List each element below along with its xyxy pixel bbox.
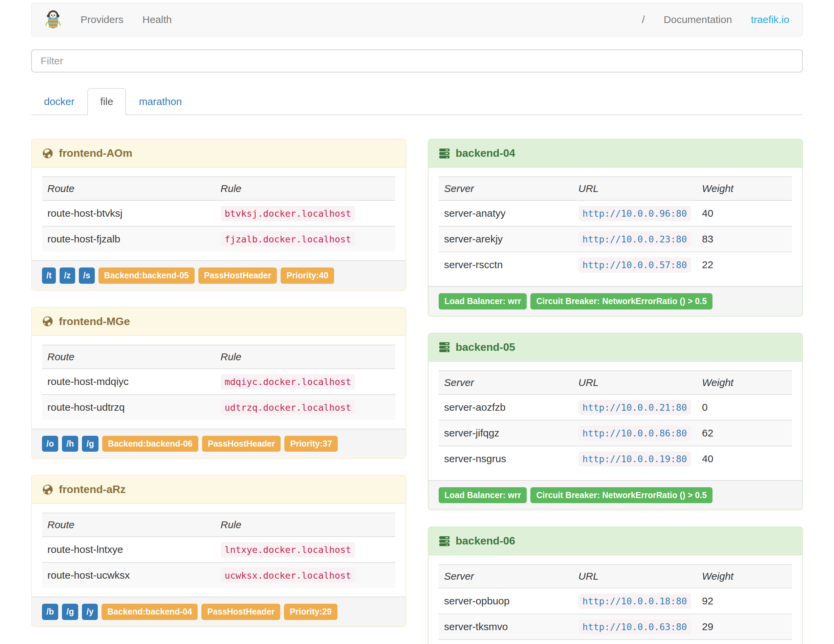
rule-value: fjzalb.docker.localhost — [221, 231, 356, 247]
frontend-card-footer: /t/z/sBackend:backend-05PassHostHeaderPr… — [32, 261, 406, 290]
server-weight: 29 — [697, 614, 792, 639]
server-weight: 57 — [697, 639, 792, 644]
traefik-logo-icon[interactable] — [45, 10, 61, 29]
column-header-server: Server — [439, 565, 573, 588]
path-badge: /b — [42, 604, 58, 620]
nav-slash: / — [642, 14, 645, 25]
route-name: route-host-btvksj — [42, 201, 215, 226]
backend-card: backend-05 Server URL Weight server-aozf… — [428, 333, 803, 511]
route-name: route-host-mdqiyc — [42, 369, 215, 395]
path-badge: /h — [62, 436, 78, 452]
backend-card-body: Server URL Weight server-anatyy http://1… — [428, 168, 802, 286]
backend-card-body: Server URL Weight server-opbuop http://1… — [428, 555, 802, 644]
backend-tag-badge: Circuit Breaker: NetworkErrorRatio () > … — [530, 487, 713, 503]
route-row: route-host-btvksj btvksj.docker.localhos… — [42, 201, 395, 226]
column-header-route: Route — [42, 513, 215, 537]
globe-icon — [42, 316, 53, 327]
server-stack-icon — [439, 147, 450, 159]
navbar-right: / Documentation traefik.io — [642, 14, 789, 25]
rule-value: mdqiyc.docker.localhost — [221, 374, 356, 389]
rule-value: udtrzq.docker.localhost — [221, 400, 356, 415]
filter-input[interactable] — [31, 49, 803, 73]
globe-icon — [42, 484, 53, 495]
frontend-card: frontend-MGe Route Rule route-host-mdqiy… — [31, 307, 406, 459]
server-name: server-opbuop — [439, 588, 573, 614]
server-url: http://10.0.0.19:80 — [579, 451, 691, 467]
server-row: server-nsgrus http://10.0.0.19:80 40 — [439, 446, 792, 471]
backend-title: backend-06 — [456, 535, 515, 547]
navbar: Providers Health / Documentation traefik… — [31, 3, 803, 37]
frontend-card-footer: /b/g/yBackend:backend-04PassHostHeaderPr… — [32, 597, 406, 626]
path-badge: /z — [60, 267, 75, 284]
frontend-tag-badge: PassHostHeader — [198, 267, 277, 284]
route-row: route-host-ucwksx ucwksx.docker.localhos… — [42, 562, 395, 588]
frontend-tag-badge: Backend:backend-05 — [99, 267, 195, 284]
backend-card-body: Server URL Weight server-aozfzb http://1… — [428, 362, 802, 480]
rule-value: btvksj.docker.localhost — [221, 206, 356, 221]
column-header-route: Route — [42, 177, 215, 201]
server-row: server-anatyy http://10.0.0.96:80 40 — [439, 201, 792, 226]
servers-table: Server URL Weight server-aozfzb http://1… — [439, 371, 792, 471]
path-badge: /s — [79, 267, 95, 284]
path-badge: /y — [82, 604, 98, 620]
server-row: server-tksmvo http://10.0.0.63:80 29 — [439, 614, 792, 639]
cards-grid: frontend-AOm Route Rule route-host-btvks… — [31, 139, 803, 644]
frontend-title: frontend-AOm — [59, 147, 133, 160]
frontend-card-body: Route Rule route-host-btvksj btvksj.dock… — [32, 168, 406, 261]
filter-bar — [31, 49, 803, 73]
server-weight: 92 — [697, 588, 792, 614]
route-row: route-host-fjzalb fjzalb.docker.localhos… — [42, 226, 395, 252]
page: Providers Health / Documentation traefik… — [31, 0, 803, 644]
nav-traefik-io-link[interactable]: traefik.io — [751, 14, 789, 25]
server-row: server-rscctn http://10.0.0.57:80 22 — [439, 252, 792, 277]
servers-table: Server URL Weight server-anatyy http://1… — [439, 176, 792, 277]
route-name: route-host-udtrzq — [42, 395, 215, 420]
column-header-weight: Weight — [697, 565, 792, 588]
routes-table: Route Rule route-host-lntxye lntxye.dock… — [42, 513, 395, 588]
column-header-rule: Rule — [215, 345, 395, 369]
backend-card: backend-04 Server URL Weight server-anat… — [428, 139, 803, 317]
server-url: http://10.0.0.96:80 — [579, 206, 691, 221]
tab-marathon[interactable]: marathon — [126, 88, 195, 115]
server-stack-icon — [439, 341, 450, 353]
server-url: http://10.0.0.18:80 — [579, 594, 691, 609]
frontend-tag-badge: Priority:29 — [284, 604, 338, 620]
route-row: route-host-udtrzq udtrzq.docker.localhos… — [42, 395, 395, 420]
server-url: http://10.0.0.63:80 — [579, 619, 691, 634]
frontend-tag-badge: Priority:40 — [281, 267, 334, 284]
frontend-card: frontend-aRz Route Rule route-host-lntxy… — [31, 475, 406, 627]
tab-docker[interactable]: docker — [31, 88, 87, 115]
backend-card-header: backend-05 — [428, 333, 802, 362]
nav-documentation-link[interactable]: Documentation — [664, 14, 732, 25]
path-badge: /g — [62, 604, 78, 620]
column-header-url: URL — [573, 371, 697, 395]
backend-tag-badge: Load Balancer: wrr — [439, 293, 527, 309]
column-header-url: URL — [573, 565, 697, 588]
navbar-left: Providers Health — [45, 10, 171, 29]
backend-card-header: backend-06 — [428, 527, 802, 555]
column-header-server: Server — [439, 177, 573, 201]
column-header-url: URL — [573, 177, 697, 201]
routes-table: Route Rule route-host-btvksj btvksj.dock… — [42, 176, 395, 252]
server-weight: 62 — [697, 420, 792, 446]
column-header-rule: Rule — [215, 513, 395, 537]
tab-file[interactable]: file — [87, 88, 126, 115]
frontend-card-header: frontend-MGe — [32, 308, 406, 336]
server-row: server-arekjy http://10.0.0.23:80 83 — [439, 226, 792, 252]
path-badge: /t — [42, 267, 56, 284]
frontend-tag-badge: PassHostHeader — [202, 436, 281, 452]
frontend-tag-badge: Backend:backend-06 — [102, 436, 198, 452]
server-weight: 83 — [697, 226, 792, 252]
column-header-weight: Weight — [697, 371, 792, 395]
route-name: route-host-lntxye — [42, 537, 215, 562]
nav-providers-link[interactable]: Providers — [81, 14, 124, 25]
frontend-card-body: Route Rule route-host-lntxye lntxye.dock… — [32, 504, 406, 597]
nav-health-link[interactable]: Health — [142, 14, 172, 25]
server-name: server-arekjy — [439, 226, 573, 252]
server-name: server-updomo — [439, 639, 573, 644]
server-row: server-opbuop http://10.0.0.18:80 92 — [439, 588, 792, 614]
server-url: http://10.0.0.21:80 — [579, 400, 691, 415]
backend-card-header: backend-04 — [428, 139, 802, 168]
path-badge: /o — [42, 436, 58, 452]
backend-card: backend-06 Server URL Weight server-opbu… — [428, 526, 803, 644]
